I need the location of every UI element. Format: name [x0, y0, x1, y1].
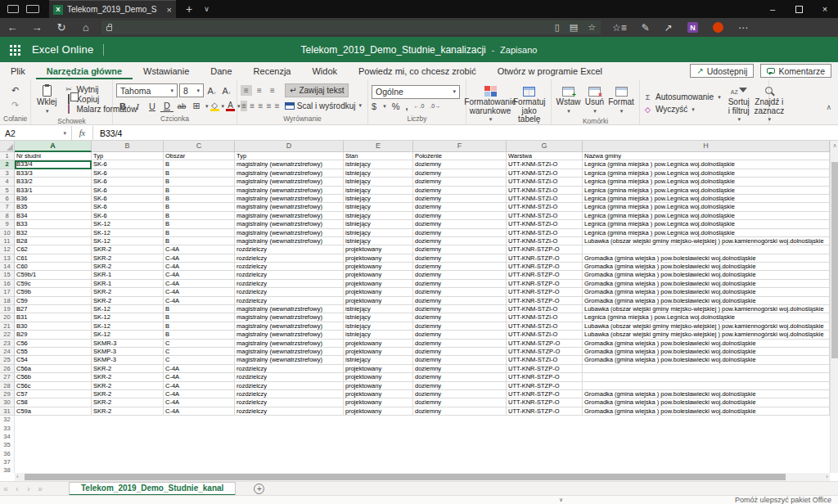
cell-H24[interactable]: Gromadka (gmina wiejska ) pow.bolesławie… — [583, 348, 830, 356]
row-header-37[interactable]: 37 — [0, 458, 15, 466]
row-header-23[interactable]: 23 — [0, 340, 15, 348]
cell-A31[interactable]: C59a — [15, 407, 92, 416]
cell-H15[interactable]: Gromadka (gmina wiejska ) pow.bolesławie… — [583, 271, 830, 279]
cell-B10[interactable]: SK-12 — [92, 229, 164, 237]
cell-C22[interactable]: B — [164, 331, 235, 339]
cell-G21[interactable]: UTT-KNM-STZI-O — [507, 322, 583, 331]
cell-E21[interactable]: istniejący — [344, 322, 413, 331]
cell-G36[interactable] — [507, 450, 583, 458]
col-header-G[interactable]: G — [507, 141, 583, 152]
cell-F12[interactable]: doziemny — [413, 245, 507, 254]
undo-button[interactable]: ↶ — [9, 84, 22, 97]
document-title[interactable]: Telekom_2019_Demo_Studnie_kanalizacji-Za… — [0, 44, 838, 56]
cell-H10[interactable]: Legnica (gmina miejska ) pow.Legnica woj… — [583, 229, 830, 237]
cell-G13[interactable]: UTT-KNR-STZP-O — [507, 254, 583, 263]
row-header-11[interactable]: 11 — [0, 237, 15, 245]
cell-D20[interactable]: magistralny (wewnatrzstrefowy) — [235, 313, 344, 322]
cell-B38[interactable] — [92, 466, 164, 473]
cell-B6[interactable]: SK-6 — [92, 195, 164, 203]
cell-G26[interactable]: UTT-KNR-STZP-O — [507, 365, 583, 373]
cell-G3[interactable]: UTT-KNM-STZI-O — [507, 169, 583, 178]
address-bar-input[interactable]: ▯ ▤ ☆ — [101, 20, 601, 34]
cell-G29[interactable]: UTT-KNR-STZP-O — [507, 390, 583, 398]
col-header-A[interactable]: A — [15, 141, 92, 152]
cell-E16[interactable]: projektowany — [344, 280, 413, 288]
col-header-F[interactable]: F — [413, 141, 507, 152]
cell-D13[interactable]: rozdzielczy — [235, 254, 344, 263]
comma-style-button[interactable]: , — [405, 101, 408, 111]
italic-button[interactable]: I — [131, 100, 144, 112]
cell-H37[interactable] — [583, 458, 830, 466]
row-header-18[interactable]: 18 — [0, 297, 15, 305]
cell-G27[interactable]: UTT-KNR-STZP-O — [507, 373, 583, 381]
cell-B25[interactable]: SKMP-3 — [92, 356, 164, 364]
cell-A30[interactable]: C58 — [15, 398, 92, 407]
cell-D25[interactable]: magistralny (wewnatrzstrefowy) — [235, 356, 344, 364]
cell-C23[interactable]: C — [164, 340, 235, 348]
cell-C11[interactable]: B — [164, 237, 235, 245]
cell-F19[interactable]: doziemny — [413, 305, 507, 313]
cell-B17[interactable]: SKR-2 — [92, 288, 164, 296]
status-chevron-icon[interactable]: ∨ — [559, 497, 563, 503]
cell-D8[interactable]: magistralny (wewnatrzstrefowy) — [235, 212, 344, 220]
scroll-right-icon[interactable]: › — [826, 473, 828, 481]
fx-icon[interactable]: fx — [72, 126, 93, 141]
font-size-select[interactable]: 8▾ — [179, 83, 204, 97]
cell-A6[interactable]: B36 — [15, 195, 92, 203]
cell-H36[interactable] — [583, 450, 830, 458]
font-color-button[interactable]: A — [226, 100, 235, 112]
tab-narzedzia-glowne[interactable]: Narzędzia główne — [36, 62, 133, 79]
cell-A19[interactable]: B27 — [15, 305, 92, 313]
cell-B28[interactable]: SKR-2 — [92, 382, 164, 390]
back-button[interactable]: ← — [0, 21, 25, 34]
cell-H4[interactable]: Legnica (gmina miejska ) pow.Legnica woj… — [583, 178, 830, 186]
sheet-nav-next-icon[interactable]: › — [23, 484, 34, 493]
row-header-36[interactable]: 36 — [0, 450, 15, 458]
cell-A23[interactable]: C56 — [15, 340, 92, 348]
cell-F32[interactable] — [413, 416, 507, 424]
cell-C15[interactable]: C-4A — [164, 271, 235, 279]
cell-F30[interactable]: doziemny — [413, 398, 507, 407]
cell-H5[interactable]: Legnica (gmina miejska ) pow.Legnica woj… — [583, 187, 830, 195]
cell-H14[interactable]: Gromadka (gmina wiejska ) pow.bolesławie… — [583, 263, 830, 271]
cell-A27[interactable]: C56b — [15, 373, 92, 381]
cell-B7[interactable]: SK-6 — [92, 203, 164, 211]
cell-B9[interactable]: SK-12 — [92, 220, 164, 228]
cell-H28[interactable] — [583, 382, 830, 390]
browser-tab[interactable]: X Telekom_2019_Demo_S × — [49, 0, 176, 18]
cell-D5[interactable]: magistralny (wewnatrzstrefowy) — [235, 187, 344, 195]
align-left-button[interactable]: ≡ — [241, 101, 247, 111]
cell-H27[interactable] — [583, 373, 830, 381]
cell-D9[interactable]: magistralny (wewnatrzstrefowy) — [235, 220, 344, 228]
cell-G35[interactable] — [507, 441, 583, 449]
cell-B4[interactable]: SK-6 — [92, 178, 164, 186]
cell-B16[interactable]: SKR-1 — [92, 280, 164, 288]
cell-E24[interactable]: projektowany — [344, 348, 413, 356]
cell-E35[interactable] — [344, 441, 413, 449]
cell-F2[interactable]: doziemny — [413, 160, 507, 169]
cell-H16[interactable]: Gromadka (gmina wiejska ) pow.bolesławie… — [583, 280, 830, 288]
row-header-8[interactable]: 8 — [0, 212, 15, 220]
cell-A7[interactable]: B35 — [15, 203, 92, 211]
cell-B30[interactable]: SKR-2 — [92, 398, 164, 407]
row-header-16[interactable]: 16 — [0, 280, 15, 288]
cell-C33[interactable] — [164, 425, 235, 433]
cell-B27[interactable]: SKR-2 — [92, 373, 164, 381]
align-top-button[interactable]: ≡ — [241, 85, 252, 96]
more-menu-icon[interactable]: ⋯ — [738, 22, 748, 34]
row-header-4[interactable]: 4 — [0, 178, 15, 186]
cell-C21[interactable]: B — [164, 322, 235, 331]
strikethrough-button[interactable]: ab — [175, 100, 188, 112]
cell-H35[interactable] — [583, 441, 830, 449]
bold-button[interactable]: B — [116, 100, 129, 112]
office-icon[interactable] — [713, 22, 723, 33]
cell-G1[interactable]: Warstwa — [507, 152, 583, 160]
cell-C12[interactable]: C-4A — [164, 245, 235, 254]
cell-D11[interactable]: magistralny (wewnatrzstrefowy) — [235, 237, 344, 245]
cell-C9[interactable]: B — [164, 220, 235, 228]
borders-button[interactable]: ⊞ — [190, 100, 203, 112]
cell-C6[interactable]: B — [164, 195, 235, 203]
cell-F27[interactable]: doziemny — [413, 373, 507, 381]
cell-F28[interactable]: doziemny — [413, 382, 507, 390]
cell-F1[interactable]: Położenie — [413, 152, 507, 160]
